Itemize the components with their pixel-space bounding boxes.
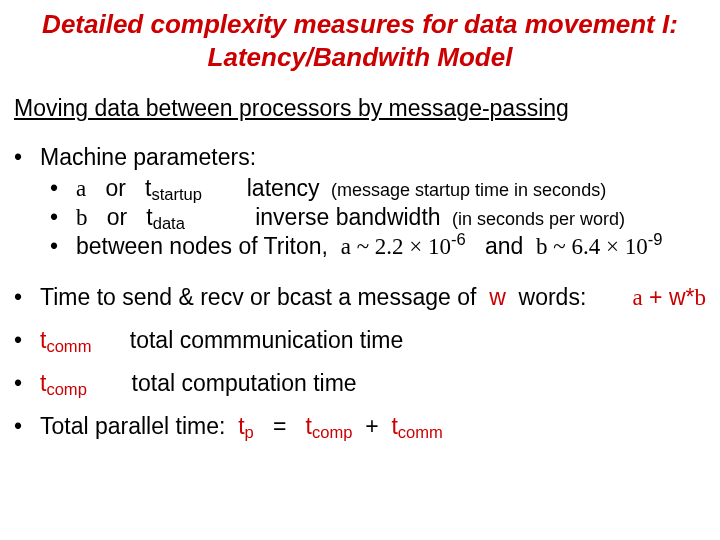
bullet-tcomp: • tcomp total computation time [14, 370, 706, 397]
slide: Detailed complexity measures for data mo… [0, 0, 720, 540]
alpha-exp: -6 [451, 230, 466, 249]
title-line-1: Detailed complexity measures for data mo… [42, 9, 678, 39]
send-recv-formula: a + w*b [633, 284, 707, 311]
bullet-dot: • [50, 233, 76, 260]
t-startup: tstartup [145, 175, 202, 201]
bullet-text: Total parallel time: tp = tcomp + tcomm [40, 413, 706, 440]
bullet-dot: • [50, 175, 76, 202]
title-line-2: Latency/Bandwith Model [208, 42, 513, 72]
subbullet-triton: • between nodes of Triton, a ~ 2.2 × 10-… [50, 233, 706, 260]
slide-title: Detailed complexity measures for data mo… [14, 8, 706, 73]
spacer [14, 358, 706, 370]
subbullet-beta: • b or tdata inverse bandwidth (in secon… [50, 204, 706, 231]
bullet-dot: • [14, 144, 40, 171]
or-text: or [107, 204, 127, 230]
w-var: w [483, 284, 512, 310]
bullet-text: tcomp total computation time [40, 370, 706, 397]
total-label: Total parallel time: [40, 413, 225, 439]
t-data: tdata [146, 204, 185, 230]
bullet-send-recv: • Time to send & recv or bcast a message… [14, 284, 706, 311]
or-text: or [105, 175, 125, 201]
tcomm-desc: total commmunication time [130, 327, 404, 353]
spacer [14, 315, 706, 327]
bullet-dot: • [14, 413, 40, 440]
bullet-text: between nodes of Triton, a ~ 2.2 × 10-6 … [76, 233, 706, 260]
tp-var: tp [238, 413, 254, 439]
bullet-dot: • [14, 370, 40, 397]
alpha-value: a ~ 2.2 × 10 [341, 234, 451, 259]
eq-sign: = [273, 413, 286, 439]
beta-value: b ~ 6.4 × 10 [536, 234, 648, 259]
bullet-text: b or tdata inverse bandwidth (in seconds… [76, 204, 706, 231]
tcomp-var: tcomp [40, 370, 87, 396]
bullet-dot: • [50, 204, 76, 231]
send-recv-text: Time to send & recv or bcast a message o… [40, 284, 476, 310]
alpha-symbol: a [76, 176, 86, 201]
bullet-text: Time to send & recv or bcast a message o… [40, 284, 706, 311]
tcomm-var: tcomm [40, 327, 91, 353]
and-text: and [485, 233, 523, 259]
bullet-text: tcomm total commmunication time [40, 327, 706, 354]
bandwidth-paren: (in seconds per word) [447, 209, 625, 229]
tcomp-term: tcomp [306, 413, 353, 439]
beta-symbol: b [76, 205, 88, 230]
tcomm-term: tcomm [391, 413, 442, 439]
bullet-text: a or tstartup latency (message startup t… [76, 175, 706, 202]
beta-exp: -9 [648, 230, 663, 249]
bullet-dot: • [14, 327, 40, 354]
latency-label: latency [247, 175, 320, 201]
plus-sign: + [365, 413, 378, 439]
bullet-total-time: • Total parallel time: tp = tcomp + tcom… [14, 413, 706, 440]
section-subheading: Moving data between processors by messag… [14, 95, 706, 122]
bullet-tcomm: • tcomm total commmunication time [14, 327, 706, 354]
spacer [14, 262, 706, 284]
latency-paren: (message startup time in seconds) [326, 180, 606, 200]
subbullet-alpha: • a or tstartup latency (message startup… [50, 175, 706, 202]
bandwidth-label: inverse bandwidth [255, 204, 440, 230]
triton-prefix: between nodes of Triton, [76, 233, 328, 259]
bullet-text: Machine parameters: [40, 144, 706, 171]
tcomp-desc: total computation time [132, 370, 357, 396]
words-text: words: [519, 284, 587, 310]
bullet-dot: • [14, 284, 40, 311]
spacer [14, 401, 706, 413]
bullet-machine-parameters: • Machine parameters: [14, 144, 706, 171]
